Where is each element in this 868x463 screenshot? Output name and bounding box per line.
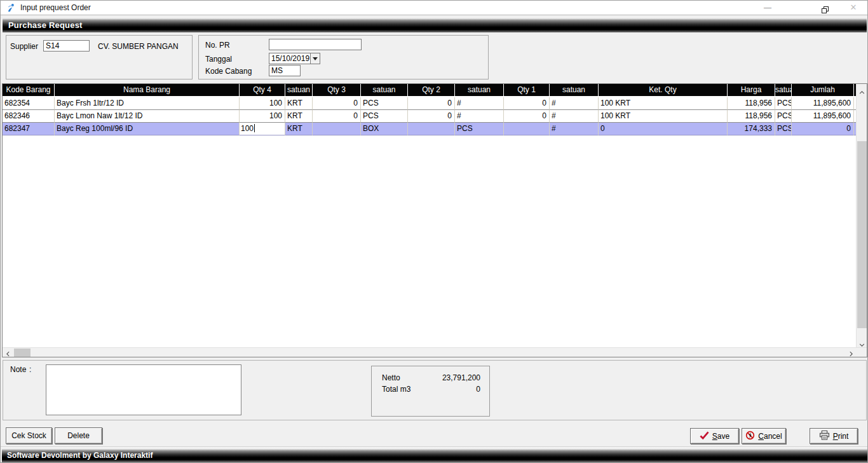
grid-col-header[interactable]: Qty 4: [240, 84, 285, 97]
grid-col-header[interactable]: satuan: [550, 84, 599, 97]
vertical-scroll-thumb[interactable]: [857, 141, 867, 328]
grid-cell[interactable]: KRT: [285, 110, 313, 123]
grid-col-header[interactable]: Qty 1: [504, 84, 550, 97]
grid-cell[interactable]: PCS: [361, 97, 408, 110]
grid-col-header[interactable]: Jumlah: [792, 84, 854, 97]
grid-cell[interactable]: 0: [504, 97, 550, 110]
note-panel: Note : Netto 23,791,200 Total m3 0: [3, 360, 867, 420]
grid-rows: 682354Bayc Frsh 1ltr/12 ID100KRT0PCS0#0#…: [3, 97, 867, 135]
grid-cell[interactable]: PCS: [775, 110, 792, 123]
table-row[interactable]: 682347Bayc Reg 100ml/96 ID100KRTBOXPCS#0…: [3, 123, 867, 135]
chevron-down-icon[interactable]: [310, 53, 320, 64]
grid-cell[interactable]: KRT: [285, 97, 313, 110]
cancel-button[interactable]: Cancel: [742, 428, 786, 444]
close-icon[interactable]: ✕: [844, 1, 862, 15]
grid-col-header[interactable]: Qty 3: [313, 84, 361, 97]
grid-cell[interactable]: 118,956: [728, 97, 775, 110]
check-icon: [700, 431, 709, 441]
text-caret: [254, 124, 255, 132]
divider: [1, 446, 868, 448]
page-title: Purchase Request: [3, 18, 867, 32]
grid-cell[interactable]: 100 KRT: [599, 97, 728, 110]
tanggal-datepicker[interactable]: 15/10/2019: [269, 53, 320, 64]
supplier-name-text: CV. SUMBER PANGAN: [98, 42, 179, 51]
grid-col-header[interactable]: Kode Barang: [3, 84, 55, 97]
kode-cabang-label: Kode Cabang: [205, 67, 252, 76]
grid-cell[interactable]: 118,956: [728, 110, 775, 123]
grid-cell[interactable]: BOX: [361, 123, 408, 135]
no-pr-label: No. PR: [205, 41, 230, 50]
grid-cell[interactable]: 0: [599, 123, 728, 135]
grid-cell[interactable]: 0: [504, 110, 550, 123]
grid-col-header[interactable]: Harga: [728, 84, 775, 97]
grid-cell[interactable]: #: [550, 123, 599, 135]
supplier-code-input[interactable]: S14: [43, 40, 90, 52]
grid-cell[interactable]: Bayc Reg 100ml/96 ID: [55, 123, 240, 135]
grid-cell[interactable]: [313, 123, 361, 135]
save-button[interactable]: Save: [690, 428, 739, 444]
tanggal-label: Tanggal: [205, 55, 232, 64]
grid-cell[interactable]: 0: [792, 123, 854, 135]
window-title: Input prequest Order: [20, 3, 91, 12]
pr-info-groupbox: No. PR Tanggal 15/10/2019 Kode Cabang MS: [198, 35, 489, 79]
grid-col-header[interactable]: satuan: [361, 84, 408, 97]
table-row[interactable]: 682354Bayc Frsh 1ltr/12 ID100KRT0PCS0#0#…: [3, 97, 867, 110]
no-entry-icon: [745, 431, 755, 442]
grid-col-header[interactable]: Nama Barang: [55, 84, 240, 97]
grid-cell[interactable]: 174,333: [728, 123, 775, 135]
print-button[interactable]: Print: [810, 428, 858, 444]
grid-cell[interactable]: 682347: [3, 123, 55, 135]
grid-cell[interactable]: 0: [408, 97, 455, 110]
grid-cell[interactable]: 0: [313, 97, 361, 110]
grid-cell[interactable]: 100: [240, 97, 285, 110]
grid-col-header[interactable]: satuan: [285, 84, 313, 97]
table-row[interactable]: 682346Bayc Lmon Naw 1lt/12 ID100KRT0PCS0…: [3, 110, 867, 123]
grid-cell[interactable]: 100 KRT: [599, 110, 728, 123]
grid-cell[interactable]: 11,895,600: [792, 97, 854, 110]
scroll-right-icon[interactable]: [846, 348, 857, 357]
grid-cell[interactable]: #: [550, 110, 599, 123]
grid-cell[interactable]: [504, 123, 550, 135]
scroll-up-icon[interactable]: [857, 84, 867, 95]
horizontal-scroll-thumb[interactable]: [14, 349, 31, 357]
grid-cell[interactable]: 0: [408, 110, 455, 123]
grid-cell[interactable]: KRT: [285, 123, 313, 135]
no-pr-input[interactable]: [269, 39, 362, 50]
scroll-down-icon[interactable]: [857, 336, 867, 347]
grid-cell[interactable]: #: [455, 110, 504, 123]
supplier-label: Supplier: [10, 42, 38, 51]
grid-cell[interactable]: PCS: [775, 97, 792, 110]
grid-cell[interactable]: 11,895,600: [792, 110, 854, 123]
cek-stock-button[interactable]: Cek Stock: [6, 427, 52, 444]
tanggal-value: 15/10/2019: [271, 54, 309, 64]
grid-col-header[interactable]: Ket. Qty: [599, 84, 728, 97]
minimize-button[interactable]: —: [759, 1, 776, 15]
grid-cell[interactable]: 0: [313, 110, 361, 123]
grid-cell[interactable]: Bayc Lmon Naw 1lt/12 ID: [55, 110, 240, 123]
netto-value: 23,791,200: [442, 373, 480, 382]
grid-cell[interactable]: 682346: [3, 110, 55, 123]
grid-col-header[interactable]: satuan: [455, 84, 504, 97]
note-textarea[interactable]: [46, 364, 241, 415]
grid-cell[interactable]: #: [455, 97, 504, 110]
grid-cell[interactable]: PCS: [775, 123, 792, 135]
grid-edit-cell[interactable]: 100: [240, 123, 285, 135]
scroll-left-icon[interactable]: [3, 348, 13, 357]
status-bar: Software Devolment by Galaxy Interaktif: [2, 449, 867, 462]
printer-icon: [819, 431, 830, 442]
horizontal-scrollbar[interactable]: [3, 347, 867, 357]
grid-cell[interactable]: PCS: [455, 123, 504, 135]
grid-cell[interactable]: [408, 123, 455, 135]
grid-cell[interactable]: Bayc Frsh 1ltr/12 ID: [55, 97, 240, 110]
grid-cell[interactable]: PCS: [361, 110, 408, 123]
grid-cell[interactable]: 682354: [3, 97, 55, 110]
vertical-scrollbar[interactable]: [856, 84, 867, 347]
grid-col-header[interactable]: satuan: [775, 84, 792, 97]
restore-button[interactable]: [816, 1, 834, 15]
grid-col-header[interactable]: Qty 2: [408, 84, 455, 97]
grid-cell[interactable]: 100: [240, 110, 285, 123]
kode-cabang-input[interactable]: MS: [269, 65, 301, 76]
grid-cell[interactable]: #: [550, 97, 599, 110]
delete-button[interactable]: Delete: [55, 427, 102, 444]
title-bar: Input prequest Order — ✕: [1, 1, 867, 15]
